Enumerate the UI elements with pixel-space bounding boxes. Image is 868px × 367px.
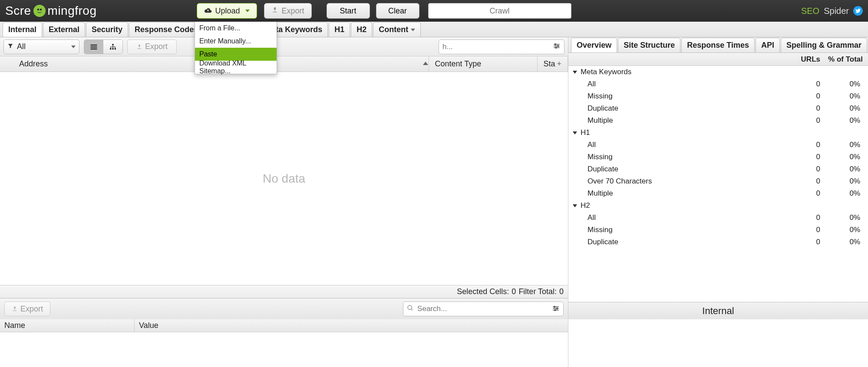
details-col-value[interactable]: Value [135,319,568,332]
upload-menu-item-download-xml-sitemap[interactable]: Download XML Sitemap... [195,61,277,74]
details-export-button[interactable]: Export [4,301,50,316]
overview-row-label: Multiple [568,116,787,125]
side-tab-overview[interactable]: Overview [571,38,617,52]
tab-external[interactable]: External [43,22,85,37]
overview-row[interactable]: Duplicate00% [568,236,868,248]
details-search[interactable] [403,301,564,316]
export-button[interactable]: Export [264,3,312,19]
start-button[interactable]: Start [327,3,370,19]
overview-row-urls: 0 [787,92,825,101]
side-tab-site-structure[interactable]: Site Structure [618,38,680,52]
selected-cells-label: Selected Cells: [457,287,509,296]
overview-group-meta-keywords[interactable]: Meta Keywords [568,66,868,78]
svg-rect-4 [91,48,97,49]
overview-row[interactable]: All00% [568,212,868,224]
overview-row-urls: 0 [787,165,825,174]
clear-button[interactable]: Clear [376,3,419,19]
app-logo: Scre mingfrog [5,4,97,18]
upload-menu-item-from-a-file[interactable]: From a File... [195,22,277,35]
overview-row[interactable]: Missing00% [568,224,868,236]
grid-search[interactable] [439,39,564,54]
svg-rect-2 [91,44,97,45]
side-tab-response-times[interactable]: Response Times [681,38,755,52]
grid-search-input[interactable] [442,43,549,51]
overview-row-urls: 0 [787,189,825,198]
overview-row-label: Duplicate [568,104,787,113]
svg-point-21 [557,308,558,309]
overview-row[interactable]: Over 70 Characters00% [568,175,868,187]
details-col-name[interactable]: Name [0,319,135,332]
overview-row[interactable]: All00% [568,78,868,90]
tab-internal[interactable]: Internal [3,22,42,37]
upload-menu-item-paste[interactable]: Paste [195,48,277,61]
right-footer-title: Internal [568,302,868,319]
logo-pre: Scre [5,4,31,18]
side-tabs: OverviewSite StructureResponse TimesAPIS… [568,37,868,53]
cloud-upload-icon [204,7,212,16]
sliders-icon[interactable] [552,305,560,314]
overview-row-pct: 0% [825,104,868,113]
side-tab-spelling-grammar[interactable]: Spelling & Grammar [781,38,867,52]
side-tab-api[interactable]: API [756,38,780,52]
tab-content[interactable]: Content [373,22,421,37]
overview-row-pct: 0% [825,226,868,234]
tab-h2[interactable]: H2 [351,22,372,37]
tab-h1[interactable]: H1 [329,22,350,37]
spider-label: Spider [824,6,849,16]
col-urls[interactable]: URLs [787,55,825,64]
overview-row-pct: 0% [825,80,868,88]
overview-row[interactable]: Duplicate00% [568,163,868,175]
overview-row[interactable]: Duplicate00% [568,102,868,115]
list-view-button[interactable] [84,40,103,54]
overview-row-label: All [568,80,787,88]
details-empty [0,332,568,367]
overview-group-h2[interactable]: H2 [568,200,868,212]
overview-group-label: Meta Keywords [581,68,631,76]
details-pane: Export Name Value [0,298,568,367]
frog-icon [33,5,46,17]
overview-row-pct: 0% [825,141,868,149]
tab-security[interactable]: Security [86,22,128,37]
overview-row-pct: 0% [825,213,868,222]
caret-down-icon [245,10,250,12]
col-status[interactable]: Sta [538,56,568,72]
grid-export-label: Export [145,42,168,51]
overview-row[interactable]: Multiple00% [568,115,868,127]
overview-row[interactable]: Missing00% [568,151,868,163]
filter-select[interactable]: All [3,39,79,54]
overview-row[interactable]: Multiple00% [568,187,868,200]
overview-row-urls: 0 [787,213,825,222]
overview-group-h1[interactable]: H1 [568,127,868,139]
export-icon [12,306,18,312]
overview-row-pct: 0% [825,165,868,174]
svg-rect-3 [91,46,97,47]
upload-label: Upload [215,7,240,16]
search-icon [407,305,414,313]
filter-label: All [17,42,26,51]
overview-row-label: Over 70 Characters [568,177,787,186]
main-tabs: InternalExternalSecurityResponse CodesUR… [0,22,868,37]
filter-total-value: 0 [559,287,564,296]
grid-export-button[interactable]: Export [127,39,177,54]
details-search-input[interactable] [417,305,548,313]
export-icon [271,7,278,16]
upload-menu-item-enter-manually[interactable]: Enter Manually... [195,35,277,48]
upload-button[interactable]: Upload [197,3,257,19]
col-content-type[interactable]: Content Type [429,56,538,72]
overview-row[interactable]: All00% [568,139,868,151]
overview-row-label: Missing [568,153,787,161]
crawl-input[interactable] [428,3,571,19]
col-pct[interactable]: % of Total [825,55,868,64]
overview-row-label: Missing [568,92,787,101]
caret-down-icon [411,29,415,31]
grid-status-bar: Selected Cells: 0 Filter Total: 0 [0,285,568,298]
overview-row-label: Duplicate [568,238,787,246]
tree-view-button[interactable] [103,40,122,54]
overview-row-urls: 0 [787,177,825,186]
overview-group-label: H1 [581,128,590,137]
twitter-icon[interactable] [853,6,863,16]
overview-body[interactable]: Meta KeywordsAll00%Missing00%Duplicate00… [568,66,868,302]
tab-response-codes[interactable]: Response Codes [129,22,204,37]
overview-row[interactable]: Missing00% [568,90,868,102]
sliders-icon[interactable] [553,42,561,51]
